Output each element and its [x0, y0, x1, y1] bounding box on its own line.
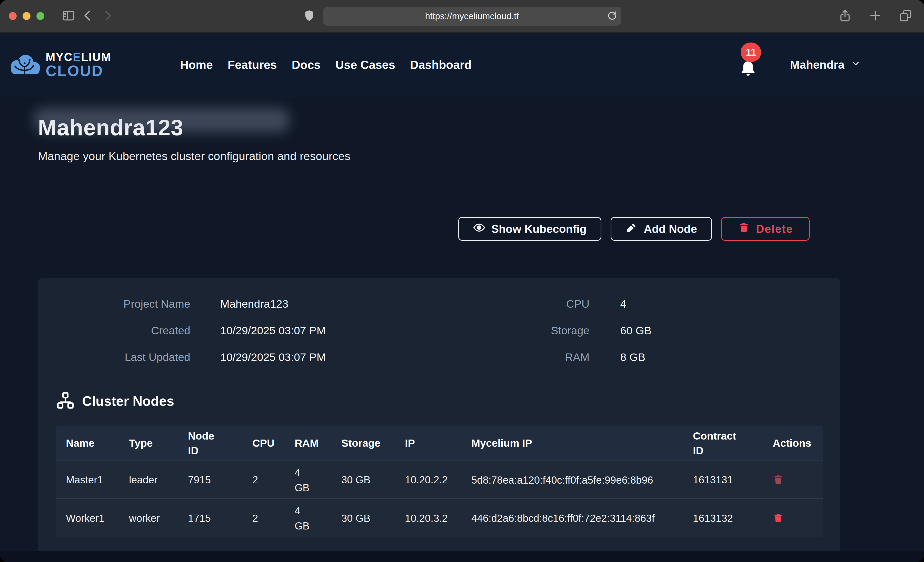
- show-kubeconfig-button[interactable]: Show Kubeconfig: [458, 217, 602, 241]
- minimize-window-button[interactable]: [22, 12, 30, 20]
- nav-link-dashboard[interactable]: Dashboard: [410, 58, 472, 72]
- trash-icon: [773, 473, 783, 487]
- cell-node-id: 1715: [188, 513, 252, 524]
- page-header: Mahendra123 Manage your Kubernetes clust…: [38, 115, 350, 163]
- back-button[interactable]: [78, 6, 98, 26]
- col-header-storage: Storage: [341, 436, 405, 451]
- window-controls: [9, 12, 44, 20]
- reload-button[interactable]: [606, 10, 618, 22]
- info-label: RAM: [439, 351, 590, 363]
- cluster-actions-row: Show Kubeconfig Add Node: [38, 217, 840, 241]
- cell-ip: 10.20.2.2: [405, 474, 471, 486]
- sidebar-toggle-icon: [62, 9, 75, 23]
- col-header-node-id: Node ID: [188, 429, 221, 458]
- chevron-down-icon: [850, 58, 861, 72]
- cell-type: leader: [129, 474, 188, 486]
- sidebar-toggle-button[interactable]: [59, 6, 78, 26]
- new-tab-icon: [868, 9, 882, 23]
- navbar-right: 11 Mahendra: [739, 50, 924, 80]
- col-header-actions: Actions: [773, 436, 823, 451]
- cell-storage: 30 GB: [341, 513, 405, 524]
- nav-link-home[interactable]: Home: [180, 58, 213, 72]
- add-node-button[interactable]: Add Node: [610, 217, 712, 241]
- nav-links: Home Features Docs Use Cases Dashboard: [180, 58, 472, 72]
- cell-cpu: 2: [252, 474, 295, 486]
- cell-ram: 4 GB: [295, 503, 310, 534]
- info-row-created: Created 10/29/2025 03:07 PM: [38, 317, 439, 344]
- forward-button[interactable]: [98, 6, 117, 26]
- info-value: 8 GB: [620, 351, 645, 363]
- brand-wordmark: MYCELIUM CLOUD: [46, 51, 111, 79]
- nav-link-features[interactable]: Features: [228, 58, 277, 72]
- info-label: Created: [38, 324, 190, 337]
- back-icon: [81, 9, 95, 23]
- cell-name: Master1: [66, 474, 129, 486]
- col-header-ram: RAM: [295, 436, 341, 451]
- col-header-cpu: CPU: [252, 436, 295, 451]
- notifications-button[interactable]: 11: [739, 58, 758, 80]
- nav-link-docs[interactable]: Docs: [292, 58, 321, 72]
- zoom-window-button[interactable]: [36, 12, 44, 20]
- user-name: Mahendra: [790, 58, 844, 72]
- delete-label: Delete: [756, 223, 793, 235]
- top-navbar: MYCELIUM CLOUD Home Features Docs Use Ca…: [0, 33, 924, 97]
- cluster-nodes-header: Cluster Nodes: [56, 391, 840, 411]
- tab-overview-icon: [898, 9, 912, 23]
- info-row-storage: Storage 60 GB: [439, 317, 841, 344]
- delete-node-button[interactable]: [773, 511, 783, 525]
- delete-cluster-button[interactable]: Delete: [721, 217, 810, 241]
- tab-overview-button[interactable]: [896, 6, 915, 26]
- reload-icon: [606, 10, 618, 22]
- cell-ram: 4 GB: [295, 465, 310, 495]
- cell-type: worker: [129, 513, 188, 524]
- info-label: Last Updated: [38, 351, 190, 363]
- eye-icon: [473, 221, 485, 236]
- forward-icon: [100, 9, 114, 23]
- url-text: https://myceliumcloud.tf: [425, 11, 519, 21]
- info-value: 60 GB: [620, 324, 652, 337]
- info-value: 10/29/2025 03:07 PM: [220, 324, 326, 337]
- col-header-ip: IP: [405, 436, 471, 451]
- cluster-info-grid: Project Name Mahendra123 CPU 4 Created 1…: [38, 278, 840, 371]
- cluster-nodes-table: Name Type Node ID CPU RAM Storage IP Myc…: [56, 426, 823, 537]
- table-row-master1: Master1 leader 7915 2 4 GB 30 GB 10.20.2…: [56, 461, 823, 499]
- delete-node-button[interactable]: [773, 473, 783, 487]
- page-viewport: MYCELIUM CLOUD Home Features Docs Use Ca…: [0, 33, 924, 562]
- cell-ip: 10.20.3.2: [405, 513, 471, 524]
- share-button[interactable]: [835, 6, 855, 26]
- main-content: Show Kubeconfig Add Node: [38, 217, 840, 556]
- brand-logo[interactable]: MYCELIUM CLOUD: [8, 51, 111, 79]
- privacy-shield-button[interactable]: [303, 8, 316, 24]
- show-kubeconfig-label: Show Kubeconfig: [491, 223, 587, 235]
- add-node-label: Add Node: [644, 223, 697, 235]
- info-row-project-name: Project Name Mahendra123: [38, 290, 439, 317]
- info-row-cpu: CPU 4: [439, 290, 841, 317]
- browser-chrome: https://myceliumcloud.tf: [0, 0, 924, 33]
- cell-node-id: 7915: [188, 474, 252, 486]
- close-window-button[interactable]: [9, 12, 16, 20]
- cell-storage: 30 GB: [341, 474, 405, 486]
- cluster-nodes-title: Cluster Nodes: [82, 393, 174, 409]
- cell-name: Worker1: [66, 513, 129, 524]
- cell-cpu: 2: [252, 513, 295, 524]
- nav-link-use-cases[interactable]: Use Cases: [336, 58, 395, 72]
- cloud-logo-icon: [8, 52, 42, 77]
- user-menu-button[interactable]: Mahendra: [790, 58, 861, 72]
- cell-mycelium-ip: 446:d2a6:8bcd:8c16:ff0f:72e2:3114:863f: [471, 511, 655, 526]
- page-title: Mahendra123: [38, 115, 350, 140]
- col-header-mycelium-ip: Mycelium IP: [471, 436, 693, 451]
- info-row-last-updated: Last Updated 10/29/2025 03:07 PM: [38, 344, 439, 371]
- notification-count-badge: 11: [741, 42, 761, 62]
- info-value: 10/29/2025 03:07 PM: [220, 351, 326, 363]
- new-tab-button[interactable]: [866, 6, 885, 26]
- info-value: 4: [620, 297, 627, 310]
- network-icon: [56, 391, 75, 411]
- chrome-right-controls: [835, 6, 915, 26]
- url-bar[interactable]: https://myceliumcloud.tf: [323, 7, 621, 25]
- cell-contract-id: 1613132: [693, 513, 773, 524]
- info-row-ram: RAM 8 GB: [439, 344, 841, 371]
- footer-strip: [0, 551, 924, 562]
- info-label: Storage: [439, 324, 590, 337]
- col-header-contract-id: Contract ID: [693, 429, 744, 458]
- trash-icon: [738, 221, 750, 236]
